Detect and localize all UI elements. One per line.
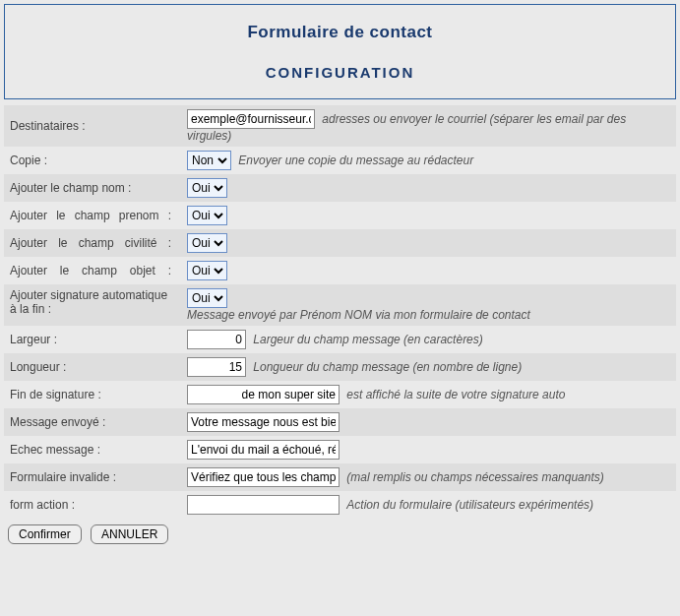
hint-copie: Envoyer une copie du message au rédacteu… xyxy=(238,154,473,167)
input-largeur[interactable] xyxy=(187,330,246,349)
hint-form-invalide: (mal remplis ou champs nécessaires manqu… xyxy=(346,470,603,484)
row-largeur: Largeur : Largeur du champ message (en c… xyxy=(4,326,676,353)
hint-form-action: Action du formulaire (utilisateurs expér… xyxy=(346,498,593,512)
row-champ-nom: Ajouter le champ nom : Oui xyxy=(4,174,676,202)
select-champ-prenom[interactable]: Oui xyxy=(187,206,227,225)
label-form-invalide: Formulaire invalide : xyxy=(4,463,181,491)
input-destinataires[interactable] xyxy=(187,109,315,129)
cancel-button[interactable]: ANNULER xyxy=(91,524,168,544)
select-champ-civilite[interactable]: Oui xyxy=(187,233,227,253)
label-champ-prenom: Ajouter le champ prenom : xyxy=(4,202,181,229)
config-table: Destinataires : adresses ou envoyer le c… xyxy=(4,105,676,519)
hint-largeur: Largeur du champ message (en caractères) xyxy=(253,333,482,346)
input-form-action[interactable] xyxy=(187,495,340,515)
label-champ-civilite: Ajouter le champ civilité : xyxy=(4,229,181,257)
hint-longueur: Longueur du champ message (en nombre de … xyxy=(253,360,522,374)
row-message-envoye: Message envoyé : xyxy=(4,408,676,436)
button-row: Confirmer ANNULER xyxy=(4,519,676,544)
input-fin-signature[interactable] xyxy=(187,385,340,404)
hint-fin-signature: est affiché la suite de votre signature … xyxy=(346,388,565,401)
label-form-action: form action : xyxy=(4,491,181,519)
input-message-envoye[interactable] xyxy=(187,412,340,432)
label-destinataires: Destinataires : xyxy=(4,105,181,147)
select-champ-objet[interactable]: Oui xyxy=(187,261,227,280)
row-champ-objet: Ajouter le champ objet : Oui xyxy=(4,257,676,284)
select-copie[interactable]: Non xyxy=(187,151,231,170)
label-largeur: Largeur : xyxy=(4,326,181,353)
row-copie: Copie : Non Envoyer une copie du message… xyxy=(4,147,676,174)
hint-signature-auto: Message envoyé par Prénom NOM via mon fo… xyxy=(187,308,530,322)
row-longueur: Longueur : Longueur du champ message (en… xyxy=(4,353,676,381)
page-subtitle: CONFIGURATION xyxy=(9,64,671,81)
label-longueur: Longueur : xyxy=(4,353,181,381)
label-champ-nom: Ajouter le champ nom : xyxy=(4,174,181,202)
row-champ-civilite: Ajouter le champ civilité : Oui xyxy=(4,229,676,257)
row-champ-prenom: Ajouter le champ prenom : Oui xyxy=(4,202,676,229)
input-form-invalide[interactable] xyxy=(187,467,340,487)
row-signature-auto: Ajouter signature automatique à la fin :… xyxy=(4,284,676,326)
label-copie: Copie : xyxy=(4,147,181,174)
input-longueur[interactable] xyxy=(187,357,246,377)
select-champ-nom[interactable]: Oui xyxy=(187,178,227,198)
page-title: Formulaire de contact xyxy=(9,23,671,42)
row-fin-signature: Fin de signature : est affiché la suite … xyxy=(4,381,676,408)
header-panel: Formulaire de contact CONFIGURATION xyxy=(4,4,676,99)
confirm-button[interactable]: Confirmer xyxy=(8,524,82,544)
row-destinataires: Destinataires : adresses ou envoyer le c… xyxy=(4,105,676,147)
select-signature-auto[interactable]: Oui xyxy=(187,288,227,308)
row-echec-message: Echec message : xyxy=(4,436,676,463)
row-form-action: form action : Action du formulaire (util… xyxy=(4,491,676,519)
label-champ-objet: Ajouter le champ objet : xyxy=(4,257,181,284)
row-form-invalide: Formulaire invalide : (mal remplis ou ch… xyxy=(4,463,676,491)
label-echec-message: Echec message : xyxy=(4,436,181,463)
input-echec-message[interactable] xyxy=(187,440,340,460)
label-fin-signature: Fin de signature : xyxy=(4,381,181,408)
label-signature-auto: Ajouter signature automatique à la fin : xyxy=(4,284,181,326)
label-message-envoye: Message envoyé : xyxy=(4,408,181,436)
